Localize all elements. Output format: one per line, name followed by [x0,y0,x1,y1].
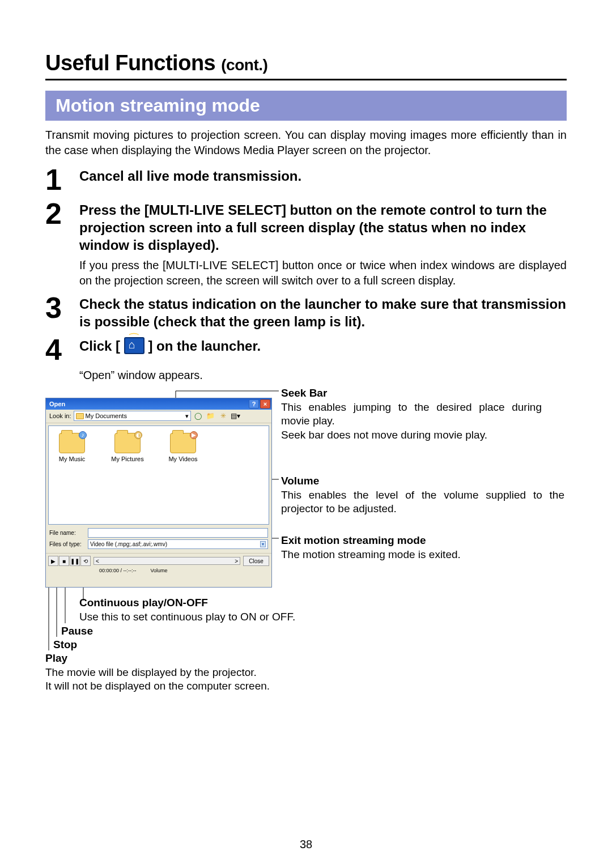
step-number: 4 [45,334,79,364]
music-badge-icon: ♪ [79,431,87,439]
step-title: Check the status indication on the launc… [79,295,567,330]
step-4-after: “Open” window appears. [79,369,567,382]
folder-label: My Music [52,456,92,462]
annotation-title: Volume [281,474,564,488]
step-title: Cancel all live mode transmission. [79,167,567,185]
back-icon[interactable]: ◯ [193,411,203,421]
new-folder-icon[interactable]: ✳ [218,411,228,421]
files-of-type-label: Files of type: [49,541,86,547]
look-in-label: Look in: [49,412,71,419]
page-title-cont: (cont.) [221,56,267,74]
close-window-button[interactable]: × [260,399,270,409]
step-text: If you press the [MULTI-LIVE SELECT] but… [79,258,567,288]
look-in-select[interactable]: My Documents ▾ [74,411,191,421]
folder-label: My Pictures [108,456,147,462]
annotation-text: Seek bar does not move during movie play… [281,428,542,442]
page-title-main: Useful Functions [45,51,221,75]
step-title: Press the [MULTI-LIVE SELECT] button on … [79,201,567,254]
stop-button[interactable]: ■ [59,556,69,566]
step-4: 4 Click [ ] on the launcher. [45,334,567,364]
video-badge-icon: ▶ [190,431,198,439]
chevron-down-icon: ▾ [185,412,189,420]
help-button[interactable]: ? [249,399,259,409]
file-name-field[interactable] [88,528,268,538]
files-of-type-value: Video file (.mpg;.asf;.avi;.wmv) [90,541,167,547]
time-display: 00:00:00 / --:--:-- [99,568,137,573]
exit-streaming-button[interactable]: Close [243,556,269,566]
annotation-continuous: Continuous play/ON-OFF Use this to set c… [79,596,363,624]
annotation-text: The motion streaming mode is exited. [281,548,564,562]
annotation-title: Exit motion streaming mode [281,534,564,548]
continuous-play-button[interactable]: ⟲ [80,556,91,566]
player-controls: ▶ ■ ❚❚ ⟲ <> Close [46,553,271,569]
volume-label: Volume [151,568,168,573]
folder-my-videos[interactable]: ▶ My Videos [163,429,203,521]
annotation-text: Use this to set continuous play to ON or… [79,611,295,623]
annotation-text: This enables the level of the volume sup… [281,488,564,516]
open-dialog-body: ♪ My Music ◐ My Pictures ▶ My Videos [48,426,269,525]
open-dialog-toolbar: Look in: My Documents ▾ ◯ 📁 ✳ ▤▾ [46,410,271,423]
views-icon[interactable]: ▤▾ [231,411,241,421]
annotation-title: Continuous play/ON-OFF [79,597,208,609]
annotation-seek-bar: Seek Bar This enables jumping to the des… [281,386,542,442]
play-button[interactable]: ▶ [48,556,58,566]
look-in-value: My Documents [86,412,127,419]
seek-bar[interactable]: <> [94,557,240,565]
chevron-down-icon: ▾ [260,541,266,547]
step-1: 1 Cancel all live mode transmission. [45,164,567,194]
step-number: 2 [45,198,79,228]
step-number: 3 [45,292,79,322]
step-number: 1 [45,164,79,194]
step-2: 2 Press the [MULTI-LIVE SELECT] button o… [45,198,567,288]
up-folder-icon[interactable]: 📁 [206,411,216,421]
open-dialog-bottom: File name: Files of type: Video file (.m… [46,527,271,553]
open-dialog: Open ? × Look in: My Documents ▾ ◯ 📁 ✳ ▤… [45,398,272,588]
annotation-volume: Volume This enables the level of the vol… [281,474,564,516]
open-dialog-titlebar: Open ? × [46,398,271,410]
annotation-text: This enables jumping to the desired plac… [281,401,542,428]
step-title-post: ] on the launcher. [148,338,261,354]
annotation-title: Play [45,652,67,664]
annotation-play: Play The movie will be displayed by the … [45,652,385,693]
title-rule [45,79,567,80]
page-number: 38 [0,838,612,851]
folder-icon [76,413,84,419]
pause-button[interactable]: ❚❚ [70,556,80,566]
picture-badge-icon: ◐ [134,431,142,439]
annotation-title: Seek Bar [281,386,542,401]
folder-label: My Videos [163,456,203,462]
annotation-text: It will not be displayed on the computer… [45,680,270,692]
streaming-launcher-icon [124,337,144,354]
section-intro: Transmit moving pictures to projection s… [45,127,567,158]
diagram-area: Open ? × Look in: My Documents ▾ ◯ 📁 ✳ ▤… [45,386,567,704]
time-volume-row: 00:00:00 / --:--:-- Volume [46,568,271,573]
annotation-text: The movie will be displayed by the proje… [45,666,257,678]
folder-my-pictures[interactable]: ◐ My Pictures [108,429,147,521]
page-title: Useful Functions (cont.) [45,51,567,75]
step-title: Click [ ] on the launcher. [79,337,567,355]
folder-my-music[interactable]: ♪ My Music [52,429,92,521]
annotation-exit: Exit motion streaming mode The motion st… [281,534,564,561]
files-of-type-select[interactable]: Video file (.mpg;.asf;.avi;.wmv) ▾ [88,539,268,549]
annotation-pause: Pause [61,624,93,639]
open-dialog-title: Open [49,401,65,407]
annotation-stop: Stop [53,638,77,652]
step-title-pre: Click [ [79,338,120,354]
file-name-label: File name: [49,530,86,536]
step-3: 3 Check the status indication on the lau… [45,292,567,330]
section-heading: Motion streaming mode [45,91,567,121]
